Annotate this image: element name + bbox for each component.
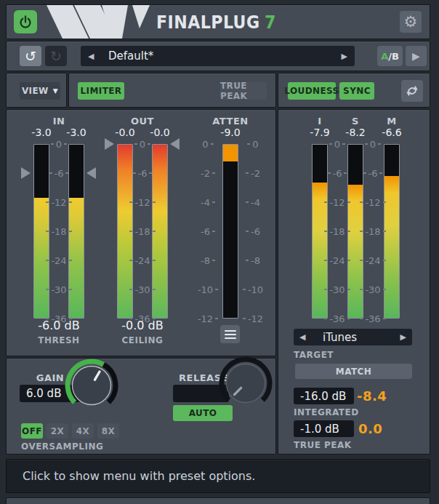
atten-scale-right: 0 -2 -4 -6 -8 -10 -12 [238,139,267,324]
status-bar: Click to show menu with preset options. [6,459,430,493]
match-button[interactable]: MATCH [295,364,412,379]
release-knob[interactable] [217,354,275,412]
target-value: iTunes [323,331,357,344]
undo-button[interactable]: ↺ [20,46,41,66]
ab-a-label: A [381,51,388,62]
oversampling-8x-label: 8X [102,426,115,436]
target-label: TARGET [294,350,334,360]
loudness-scale-right: 0 -6 -12 -18 -24 -30 -36 [358,139,387,324]
reset-loudness-button[interactable] [401,80,423,102]
ceiling-label: CEILING [113,335,172,345]
bottom-strip [6,497,430,504]
play-icon: ▶ [412,51,420,61]
undo-icon: ↺ [25,49,36,63]
power-icon [18,15,33,29]
shortterm-meter-value: -8.2 [335,127,376,138]
atten-meter-fill [223,145,238,161]
loudness-scale-left: 0 -6 -12 -18 -24 -30 -36 [323,139,352,324]
settings-button[interactable]: ⚙ [400,11,422,33]
title-version: 7 [265,12,276,33]
status-message: Click to show menu with preset options. [23,460,255,492]
title-bar: FINALPLUG7 ⚙ [6,4,430,39]
oversampling-label: OVERSAMPLING [21,441,103,452]
out-right-value: -0.0 [138,127,182,138]
preset-bar: ↺ ↻ ◀ Default* ▶ A/B ▶ [6,41,430,71]
integrated-target-input[interactable]: -16.0 dB [294,388,354,404]
chevron-down-icon: ▼ [53,87,58,95]
shortterm-meter-label: S [341,116,370,127]
truepeak-label: TRUE PEAK [294,440,352,450]
meter-menu-button[interactable] [220,325,240,343]
atten-meter [222,144,238,319]
ab-b-label: /B [388,51,399,62]
threshold-marker-right[interactable] [86,167,96,179]
integrated-meter-value: -7.9 [299,127,340,138]
play-button[interactable]: ▶ [406,46,427,66]
atten-meter-label: ATTEN [201,116,259,127]
view-label: VIEW [22,86,49,96]
oversampling-2x-button[interactable]: 2X [47,423,68,439]
preset-selector[interactable]: ◀ Default* ▶ [81,46,355,66]
momentary-meter-value: -6.6 [371,127,412,138]
sync-icon [405,84,419,98]
target-selector[interactable]: ◀ iTunes ▶ [294,329,412,345]
gain-knob[interactable] [63,356,121,415]
sync-toggle[interactable]: SYNC [339,82,374,100]
threshold-marker-left[interactable] [21,167,31,179]
in-meter-scale: 0 -6 -12 -18 -24 -30 -36 [44,139,73,324]
redo-button[interactable]: ↻ [45,46,67,66]
oversampling-8x-button[interactable]: 8X [97,423,119,439]
truepeak-target-value: -1.0 dB [300,423,339,436]
preset-next-icon[interactable]: ▶ [342,46,347,66]
limiter-meters-panel: IN OUT ATTEN -3.0 -3.0 -0.0 -0.0 -9.0 0 … [6,109,276,356]
target-next-icon[interactable]: ▶ [400,329,406,345]
momentary-meter-label: M [377,116,406,127]
preset-name: Default* [108,49,153,63]
oversampling-2x-label: 2X [51,426,64,436]
true-peak-toggle[interactable]: TRUE PEAK [220,82,267,100]
thresh-value[interactable]: -6.0 dB [30,319,88,332]
loudness-toggle[interactable]: LOUDNESS [288,82,336,100]
out-meter-label: OUT [113,116,172,127]
integrated-live-value: -8.4 [357,388,387,404]
hamburger-icon [225,334,236,335]
auto-label: AUTO [189,408,217,418]
limiter-toggle[interactable]: LIMITER [78,82,124,100]
truepeak-target-input[interactable]: -1.0 dB [294,420,354,437]
out-meter-scale: 0 -6 -12 -18 -24 -30 -36 [128,139,157,324]
toolbar-limiter-panel: LIMITER TRUE PEAK [68,73,276,108]
integrated-target-value: -16.0 dB [300,390,346,403]
ceiling-marker-right[interactable] [170,138,180,150]
toolbar-view-panel: VIEW ▼ [6,73,67,108]
integrated-meter-label: I [305,116,334,127]
brand-logo [41,5,150,39]
oversampling-off-label: OFF [22,426,42,436]
target-prev-icon[interactable]: ◀ [299,329,305,345]
ceiling-value[interactable]: -0.0 dB [113,319,172,332]
thresh-label: THRESH [30,335,88,345]
ab-compare-button[interactable]: A/B [377,46,403,66]
limiter-label: LIMITER [81,86,122,96]
integrated-label: INTEGRATED [294,407,359,417]
loudness-label: LOUDNESS [284,86,339,96]
title-text: FINALPLUG [156,12,260,33]
in-right-value: -3.0 [55,127,98,138]
sync-label: SYNC [343,86,371,96]
match-label: MATCH [336,367,371,377]
view-menu-button[interactable]: VIEW ▼ [20,82,60,100]
dynamics-panel: GAIN 6.0 dB RELEASE AUTO OFF 2X 4X [6,358,276,455]
power-button[interactable] [14,10,37,33]
oversampling-4x-button[interactable]: 4X [72,423,94,439]
preset-prev-icon[interactable]: ◀ [88,46,94,66]
in-meter-label: IN [30,116,88,127]
toolbar-loudness-panel: LOUDNESS SYNC [278,73,430,108]
redo-icon: ↻ [50,49,62,63]
gear-icon: ⚙ [404,15,418,30]
finalplug-window: FINALPLUG7 ⚙ ↺ ↻ ◀ Default* ▶ A/B ▶ VIEW… [0,0,439,504]
loudness-panel: I S M -7.9 -8.2 -6.6 0 -6 -12 -18 -24 -3… [278,109,430,455]
atten-value: -9.0 [209,127,252,138]
oversampling-off-button[interactable]: OFF [21,423,43,439]
plugin-title: FINALPLUG7 [156,12,286,33]
true-peak-label: TRUE PEAK [220,81,267,101]
ceiling-marker-left[interactable] [105,138,114,150]
